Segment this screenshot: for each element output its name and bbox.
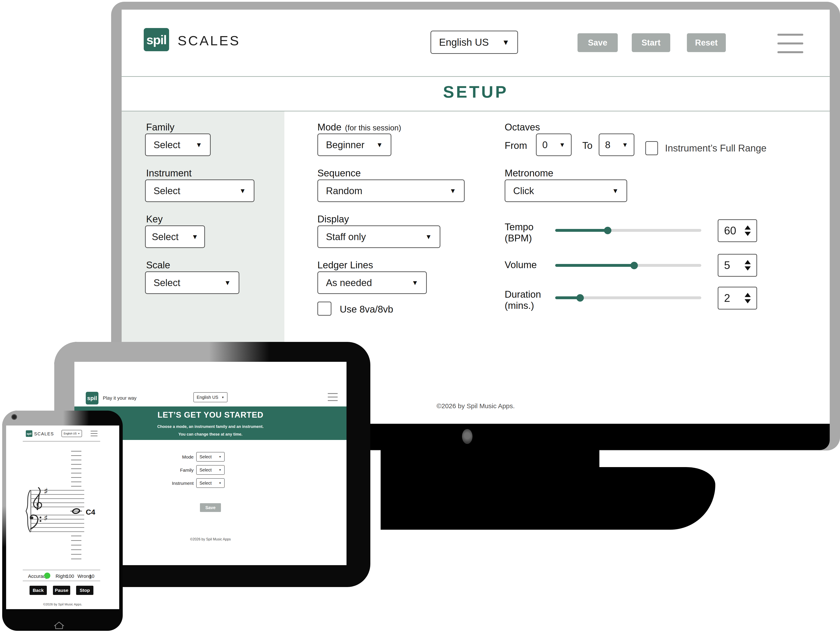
volume-stepper[interactable]: 5 (718, 254, 757, 277)
dropdown-arrow-icon: ▼ (425, 234, 432, 240)
metronome-select[interactable]: Click ▼ (505, 179, 627, 202)
tempo-slider-knob[interactable] (604, 227, 611, 234)
phone-camera-icon (11, 414, 17, 420)
octave-from-value: 0 (542, 139, 548, 150)
tempo-slider[interactable] (555, 229, 701, 232)
mode-select-value: Beginner (326, 139, 365, 150)
display-select-value: Staff only (326, 231, 366, 242)
menu-icon[interactable] (328, 393, 338, 401)
reset-button[interactable]: Reset (687, 33, 726, 52)
wrong-value: 10 (89, 573, 94, 579)
bass-staff (31, 515, 84, 532)
stepper-down-icon[interactable] (745, 299, 751, 303)
scale-select[interactable]: Select ▼ (145, 271, 239, 294)
dropdown-arrow-icon: ▼ (219, 468, 221, 472)
instrument-select[interactable]: Select ▼ (196, 478, 225, 488)
save-button[interactable]: Save (200, 503, 221, 512)
app-logo-text: spil (27, 432, 32, 435)
octave-from-select[interactable]: 0 ▼ (536, 133, 572, 156)
full-range-checkbox[interactable] (645, 141, 658, 155)
duration-slider[interactable] (555, 296, 701, 299)
dropdown-arrow-icon: ▼ (559, 142, 565, 148)
octaves-label: Octaves (505, 122, 540, 133)
scale-select-value: Select (153, 277, 180, 288)
tempo-label-line1: Tempo (505, 222, 534, 233)
page-title: SETUP (122, 82, 830, 101)
stepper-up-icon[interactable] (745, 293, 751, 297)
tablet-frame-highlight (54, 342, 269, 362)
dropdown-arrow-icon: ▼ (412, 280, 418, 286)
tempo-stepper[interactable]: 60 (718, 219, 757, 242)
volume-value: 5 (724, 259, 730, 272)
sequence-select[interactable]: Random ▼ (317, 179, 465, 202)
bass-clef-icon (30, 515, 41, 529)
divider (23, 570, 100, 570)
display-select[interactable]: Staff only ▼ (317, 225, 441, 248)
start-button-label: Start (642, 38, 661, 47)
stepper-arrows (745, 260, 751, 271)
mode-select[interactable]: Beginner ▼ (317, 133, 392, 156)
stepper-up-icon[interactable] (745, 260, 751, 264)
duration-value: 2 (724, 292, 730, 304)
stop-button[interactable]: Stop (76, 586, 93, 595)
sequence-label: Sequence (317, 168, 361, 179)
key-select-value: Select (152, 231, 178, 242)
mode-row-label: Mode (153, 454, 194, 460)
note-name-label: C4 (86, 508, 95, 516)
page: spil SCALES English US ▼ Save Start Rese… (0, 0, 840, 633)
divider (23, 441, 100, 442)
stepper-down-icon[interactable] (745, 266, 751, 271)
app-logo-text: spil (87, 395, 97, 402)
mode-hint: (for this session) (345, 123, 401, 132)
dropdown-arrow-icon: ▼ (78, 432, 80, 435)
mode-select[interactable]: Select ▼ (196, 452, 225, 462)
family-select[interactable]: Select ▼ (196, 465, 225, 475)
menu-icon[interactable] (90, 431, 98, 436)
monitor-neck (381, 449, 599, 467)
tempo-label: Tempo (BPM) (505, 222, 534, 244)
dropdown-arrow-icon: ▼ (450, 188, 456, 194)
instrument-select[interactable]: Select ▼ (145, 179, 254, 202)
pause-button[interactable]: Pause (53, 586, 70, 595)
app-logo-text: spil (146, 32, 166, 47)
volume-label: Volume (505, 260, 537, 271)
instrument-select-value: Select (153, 185, 180, 196)
stepper-arrows (745, 225, 751, 236)
app-logo: spil (144, 28, 169, 51)
key-select[interactable]: Select ▼ (145, 225, 205, 248)
octave-to-value: 8 (605, 139, 610, 150)
ledger-lines-label: Ledger Lines (317, 260, 373, 271)
menu-icon[interactable] (777, 34, 803, 53)
duration-slider-knob[interactable] (576, 294, 584, 302)
language-select[interactable]: English US ▼ (431, 31, 518, 54)
banner-line2: You can change these at any time. (178, 432, 243, 437)
language-select-value: English US (439, 36, 489, 48)
monitor-stand-base (381, 467, 715, 530)
stepper-arrows (745, 293, 751, 303)
reset-button-label: Reset (695, 38, 718, 47)
banner-line1: Choose a mode, an instrument family and … (157, 424, 264, 429)
use-8va-checkbox[interactable] (317, 302, 332, 316)
metronome-label: Metronome (505, 168, 553, 179)
accuracy-dot (44, 573, 50, 579)
stepper-up-icon[interactable] (745, 225, 751, 229)
stop-button-label: Stop (80, 588, 90, 593)
sequence-select-value: Random (326, 185, 362, 196)
back-button[interactable]: Back (30, 586, 47, 595)
tagline: Play it your way (103, 395, 136, 401)
home-button-icon[interactable] (52, 620, 66, 630)
volume-slider-knob[interactable] (630, 262, 638, 269)
family-select[interactable]: Select ▼ (145, 133, 211, 156)
language-select[interactable]: English US ▼ (62, 430, 82, 437)
octave-to-select[interactable]: 8 ▼ (599, 133, 635, 156)
duration-label-line2: (mins.) (505, 300, 541, 311)
ledger-lines-select[interactable]: As needed ▼ (317, 271, 427, 294)
start-button[interactable]: Start (632, 33, 670, 52)
duration-stepper[interactable]: 2 (718, 287, 757, 310)
language-select[interactable]: English US ▼ (193, 392, 227, 402)
volume-slider[interactable] (555, 264, 701, 267)
stepper-down-icon[interactable] (745, 232, 751, 236)
brace-icon (26, 490, 30, 532)
key-label: Key (146, 214, 163, 225)
save-button[interactable]: Save (578, 33, 618, 52)
